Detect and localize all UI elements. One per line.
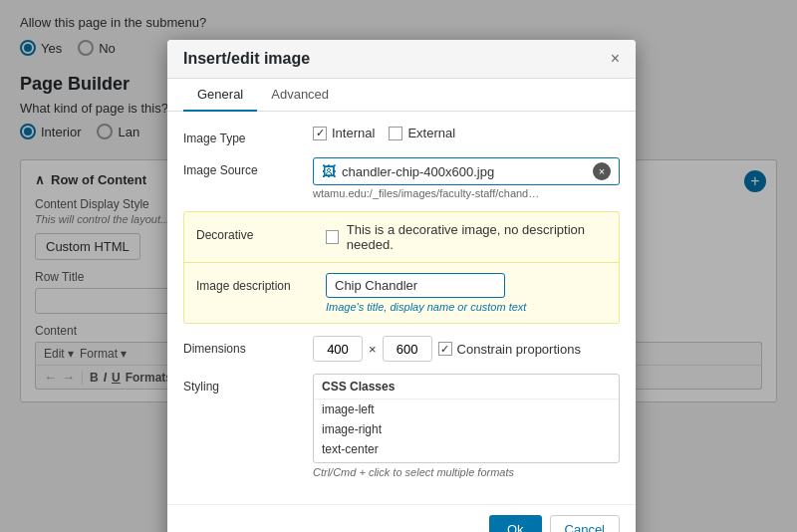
file-icon: 🖼: [322, 163, 336, 179]
image-desc-row: Image description Image's title, display…: [184, 262, 619, 323]
list-item[interactable]: text-center: [314, 439, 619, 459]
source-filename: chandler-chip-400x600.jpg: [342, 164, 587, 179]
decorative-checkbox[interactable]: [326, 230, 339, 244]
decorative-row: Decorative This is a decorative image, n…: [184, 212, 619, 262]
ok-button[interactable]: Ok: [489, 515, 542, 532]
internal-checkbox[interactable]: [313, 127, 327, 140]
image-source-content: 🖼 chandler-chip-400x600.jpg × wtamu.edu:…: [313, 157, 620, 199]
source-clear-button[interactable]: ×: [593, 162, 611, 180]
image-type-row: Image Type Internal External: [183, 126, 620, 145]
image-type-label: Image Type: [183, 126, 313, 145]
modal-header: Insert/edit image ×: [167, 40, 636, 79]
external-option[interactable]: External: [389, 126, 455, 140]
image-source-label: Image Source: [183, 157, 313, 177]
styling-hint: Ctrl/Cmd + click to select multiple form…: [313, 466, 620, 478]
styling-content: CSS Classes image-left image-right text-…: [313, 374, 620, 478]
styling-label: Styling: [183, 374, 313, 394]
image-desc-input[interactable]: [326, 273, 505, 298]
dimensions-content: × Constrain proportions: [313, 336, 620, 362]
list-item[interactable]: image-left: [314, 399, 619, 419]
internal-label: Internal: [332, 126, 375, 140]
source-url: wtamu.edu:/_files/images/faculty-staff/c…: [313, 187, 620, 199]
modal-tabs: General Advanced: [167, 79, 636, 112]
decorative-content: This is a decorative image, no descripti…: [326, 222, 607, 252]
dimension-x-separator: ×: [369, 342, 377, 357]
cancel-button[interactable]: Cancel: [550, 515, 620, 532]
insert-edit-image-modal: Insert/edit image × General Advanced Ima…: [167, 40, 636, 532]
source-input-wrap[interactable]: 🖼 chandler-chip-400x600.jpg ×: [313, 157, 620, 185]
tab-advanced[interactable]: Advanced: [257, 79, 343, 112]
modal-body: Image Type Internal External Image Sourc…: [167, 112, 636, 504]
decorative-text: This is a decorative image, no descripti…: [347, 222, 607, 252]
width-input[interactable]: [313, 336, 363, 362]
internal-option[interactable]: Internal: [313, 126, 375, 140]
css-classes-listbox[interactable]: CSS Classes image-left image-right text-…: [313, 374, 620, 463]
image-type-content: Internal External: [313, 126, 620, 140]
image-source-row: Image Source 🖼 chandler-chip-400x600.jpg…: [183, 157, 620, 199]
dimensions-row: Dimensions × Constrain proportions: [183, 336, 620, 362]
constrain-option[interactable]: Constrain proportions: [438, 342, 581, 357]
tab-general[interactable]: General: [183, 79, 257, 112]
external-checkbox[interactable]: [389, 127, 402, 140]
image-desc-hint: Image's title, display name or custom te…: [326, 301, 607, 313]
height-input[interactable]: [383, 336, 432, 362]
dimensions-label: Dimensions: [183, 336, 313, 356]
constrain-label-text: Constrain proportions: [457, 342, 581, 357]
decorative-label: Decorative: [196, 222, 326, 242]
list-item[interactable]: image-right: [314, 419, 619, 439]
modal-footer: Ok Cancel: [167, 504, 636, 532]
css-classes-header: CSS Classes: [314, 375, 619, 399]
constrain-checkbox[interactable]: [438, 342, 452, 356]
image-desc-content: Image's title, display name or custom te…: [326, 273, 607, 313]
modal-title: Insert/edit image: [183, 50, 310, 68]
highlight-section: Decorative This is a decorative image, n…: [183, 211, 620, 324]
external-label: External: [407, 126, 455, 140]
close-icon[interactable]: ×: [611, 51, 620, 67]
styling-row: Styling CSS Classes image-left image-rig…: [183, 374, 620, 478]
image-desc-label: Image description: [196, 273, 326, 293]
